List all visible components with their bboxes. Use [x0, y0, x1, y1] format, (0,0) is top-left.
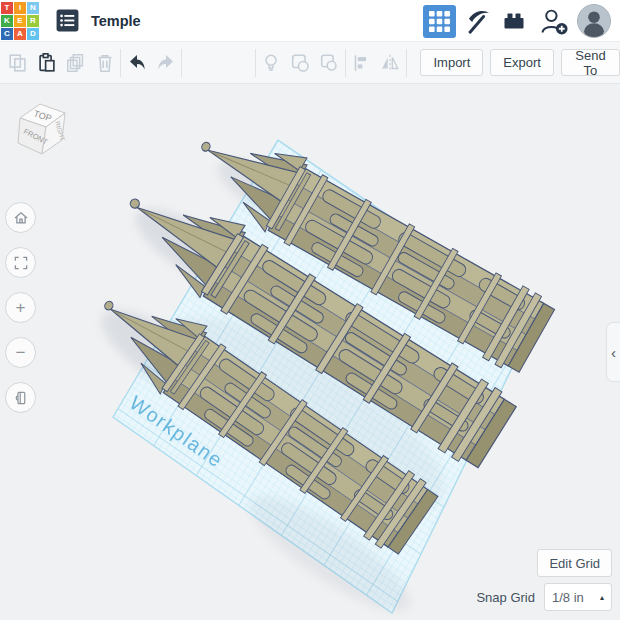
perspective-view-icon	[12, 389, 30, 407]
delete-button[interactable]	[91, 47, 120, 78]
redo-button[interactable]	[151, 47, 180, 78]
io-buttons: Import Export Send To	[420, 49, 620, 76]
group-button[interactable]	[286, 47, 315, 78]
logo-tile: A	[14, 28, 26, 40]
add-person-icon	[540, 7, 569, 36]
home-icon	[12, 209, 30, 227]
send-to-button[interactable]: Send To	[561, 49, 620, 76]
redo-icon	[154, 51, 178, 75]
logo-tile: E	[14, 15, 26, 27]
logo-tile: D	[27, 28, 39, 40]
logo-tile: C	[1, 28, 13, 40]
logo-tile: N	[27, 2, 39, 14]
home-view-button[interactable]	[5, 202, 36, 233]
brick-icon	[502, 9, 526, 33]
zoom-out-glyph: −	[16, 344, 26, 361]
toolbar-separator	[345, 49, 346, 77]
app-header: T I N K E R C A D Temple	[0, 0, 620, 42]
snap-grid-dropdown[interactable]: 1/8 in ▴	[544, 583, 612, 611]
mirror-button[interactable]	[376, 47, 405, 78]
duplicate-button[interactable]	[62, 47, 91, 78]
brick-export-button[interactable]	[500, 5, 528, 38]
view-cube[interactable]: TOP FRONT RIGHT	[10, 100, 72, 166]
snap-grid-label: Snap Grid	[476, 590, 535, 605]
export-button[interactable]: Export	[490, 49, 554, 76]
edit-toolbar: Import Export Send To	[0, 42, 620, 84]
align-button[interactable]	[347, 47, 376, 78]
minecraft-export-button[interactable]	[463, 5, 493, 38]
ungroup-icon	[318, 52, 340, 74]
logo-tile: K	[1, 15, 13, 27]
user-avatar[interactable]	[577, 4, 611, 38]
undo-icon	[125, 51, 149, 75]
list-menu-icon	[55, 8, 80, 33]
group-icon	[289, 52, 311, 74]
lightbulb-icon	[260, 52, 282, 74]
paste-icon	[36, 52, 58, 74]
dropdown-caret-icon: ▴	[600, 593, 604, 602]
edit-grid-button[interactable]: Edit Grid	[537, 549, 612, 577]
snap-grid-control: Snap Grid 1/8 in ▴	[476, 583, 612, 611]
shapes-panel-toggle[interactable]: ‹	[606, 322, 620, 382]
properties-menu-button[interactable]	[55, 8, 80, 33]
undo-button[interactable]	[122, 47, 151, 78]
paste-button[interactable]	[33, 47, 62, 78]
snap-grid-value: 1/8 in	[552, 590, 584, 605]
duplicate-icon	[65, 52, 87, 74]
blocks-view-button[interactable]	[423, 5, 456, 38]
toolbar-separator	[255, 49, 256, 77]
chevron-left-icon: ‹	[611, 344, 616, 361]
toolbar-separator	[406, 49, 407, 77]
show-all-button[interactable]	[257, 47, 286, 78]
share-button[interactable]	[539, 5, 570, 38]
view-cube-icon: TOP FRONT RIGHT	[10, 100, 72, 162]
logo-tile: I	[14, 2, 26, 14]
view-mode-button[interactable]	[5, 382, 36, 413]
blocks-grid-icon	[429, 11, 450, 32]
import-button[interactable]: Import	[420, 49, 483, 76]
fit-view-icon	[12, 254, 30, 272]
align-icon	[350, 52, 372, 74]
design-title[interactable]: Temple	[91, 13, 141, 29]
mirror-icon	[379, 52, 401, 74]
copy-icon	[7, 52, 29, 74]
ungroup-button[interactable]	[315, 47, 344, 78]
trash-icon	[94, 52, 116, 74]
toolbar-separator	[181, 49, 182, 77]
logo-tile: T	[1, 2, 13, 14]
3d-viewport[interactable]: Workplane TOP FRONT RIGHT	[0, 84, 620, 620]
copy-button[interactable]	[4, 47, 33, 78]
fit-view-button[interactable]	[5, 247, 36, 278]
minecraft-pickaxe-icon	[465, 8, 492, 35]
logo-tile: R	[27, 15, 39, 27]
avatar-silhouette-icon	[578, 4, 610, 38]
zoom-out-button[interactable]: −	[5, 337, 36, 368]
zoom-in-button[interactable]: +	[5, 292, 36, 323]
toolbar-separator	[120, 49, 121, 77]
temple-3d-model[interactable]	[80, 110, 560, 558]
zoom-in-glyph: +	[16, 299, 26, 316]
scene-svg: Workplane	[0, 84, 620, 620]
view-controls: + −	[5, 202, 36, 427]
tinkercad-logo[interactable]: T I N K E R C A D	[0, 1, 39, 40]
